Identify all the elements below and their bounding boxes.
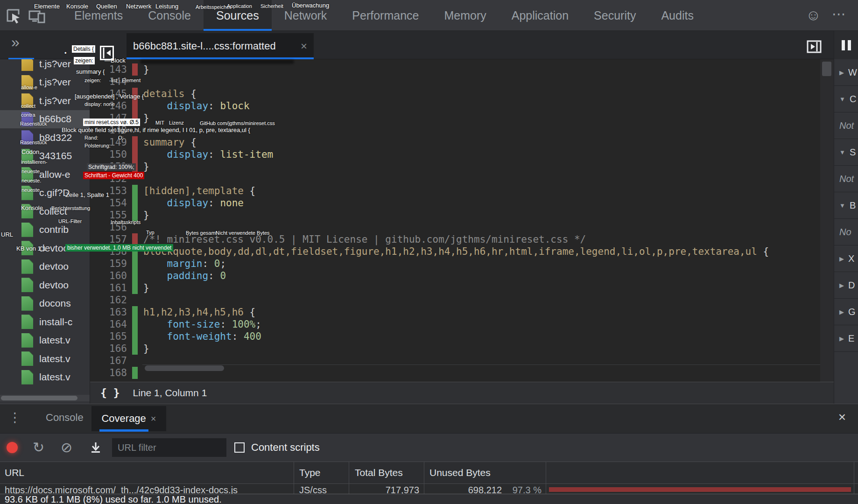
file-row[interactable]: b8d322 xyxy=(0,128,90,147)
column-header-type[interactable]: Type xyxy=(299,467,321,478)
line-number[interactable]: 156 xyxy=(90,221,127,233)
debugger-section[interactable]: ▶G xyxy=(834,299,858,325)
tab-coverage-close-icon[interactable]: × xyxy=(151,413,156,424)
line-number[interactable]: 143 xyxy=(90,63,127,76)
more-tabs-chevron-icon[interactable]: » xyxy=(11,34,20,51)
line-number[interactable]: 168 xyxy=(90,367,127,379)
editor-vertical-scroll-thumb[interactable] xyxy=(822,62,831,76)
tab-console[interactable]: Console xyxy=(135,0,204,31)
tab-security[interactable]: Security xyxy=(581,0,648,31)
tab-network[interactable]: Network xyxy=(272,0,340,31)
tab-sources[interactable]: Sources xyxy=(204,0,272,31)
file-row[interactable]: b66bc8 xyxy=(0,110,90,129)
line-number[interactable]: 159 xyxy=(90,258,127,270)
editor-horizontal-scroll-track[interactable] xyxy=(142,364,820,372)
line-number[interactable]: 161 xyxy=(90,282,127,294)
line-number[interactable]: 144 xyxy=(90,76,127,88)
tab-coverage[interactable]: Coverage × xyxy=(91,406,166,431)
drawer-menu-icon[interactable]: ⋮ xyxy=(8,410,21,425)
url-filter-input[interactable] xyxy=(112,438,226,457)
file-tab-close-icon[interactable]: × xyxy=(297,40,307,53)
line-number[interactable]: 146 xyxy=(90,100,127,112)
line-number[interactable]: 165 xyxy=(90,330,127,343)
file-row[interactable]: t.js?ver xyxy=(0,73,90,92)
editor-horizontal-scroll-thumb[interactable] xyxy=(145,365,224,371)
debugger-section[interactable]: ▶W xyxy=(834,59,858,86)
line-number[interactable]: 147 xyxy=(90,112,127,124)
tab-performance[interactable]: Performance xyxy=(339,0,431,31)
chevron-down-icon: ▼ xyxy=(839,202,845,209)
editor-vertical-scrollbar[interactable] xyxy=(820,59,834,382)
line-number[interactable]: 148 xyxy=(90,124,127,136)
sidebar-horizontal-scrollbar[interactable] xyxy=(0,395,90,401)
file-row[interactable]: devtoo xyxy=(0,239,90,258)
hide-navigator-icon[interactable] xyxy=(100,46,114,60)
line-number[interactable]: 162 xyxy=(90,294,127,306)
debugger-section[interactable]: ▶E xyxy=(834,325,858,352)
tab-memory[interactable]: Memory xyxy=(431,0,499,31)
debugger-section[interactable]: ▶X xyxy=(834,245,858,272)
tab-audits[interactable]: Audits xyxy=(648,0,706,31)
coverage-bar-red xyxy=(132,100,138,112)
file-row[interactable]: t.js?ver xyxy=(0,91,90,110)
sidebar-scrollbar-thumb[interactable] xyxy=(1,396,77,400)
line-number[interactable]: 157 xyxy=(90,233,127,245)
toggle-debugger-sidebar-icon[interactable] xyxy=(807,40,822,53)
line-number[interactable]: 150 xyxy=(90,148,127,161)
line-number[interactable]: 166 xyxy=(90,343,127,355)
file-row[interactable]: latest.v xyxy=(0,350,90,368)
debugger-section[interactable]: Not xyxy=(834,166,858,192)
file-row[interactable]: devtoo xyxy=(0,276,90,294)
line-number[interactable]: 145 xyxy=(90,88,127,100)
file-row[interactable]: latest.v xyxy=(0,331,90,350)
line-number[interactable]: 164 xyxy=(90,318,127,330)
debugger-section[interactable]: ▶D xyxy=(834,272,858,299)
tab-elements[interactable]: Elements xyxy=(62,0,135,31)
file-row[interactable]: devtoo xyxy=(0,258,90,276)
line-number[interactable]: 158 xyxy=(90,245,127,258)
pause-script-button[interactable] xyxy=(834,31,858,59)
pretty-print-icon[interactable]: { } xyxy=(100,387,120,399)
line-number[interactable]: 149 xyxy=(90,136,127,148)
file-row[interactable]: allow-e xyxy=(0,165,90,184)
line-number[interactable]: 167 xyxy=(90,355,127,367)
tab-application[interactable]: Application xyxy=(499,0,581,31)
debugger-section[interactable]: Not xyxy=(834,112,858,139)
coverage-table-row[interactable]: https://docs.microsoft.com/_th.../42c9dd… xyxy=(0,484,858,494)
record-coverage-button[interactable] xyxy=(7,442,18,453)
inspect-icon[interactable] xyxy=(5,7,22,25)
column-header-total-bytes[interactable]: Total Bytes xyxy=(355,467,403,478)
file-row[interactable]: 343165 xyxy=(0,147,90,166)
line-number[interactable]: 154 xyxy=(90,197,127,209)
reload-icon[interactable]: ↻ xyxy=(33,441,44,455)
file-row[interactable]: t.js?ver xyxy=(0,59,90,73)
line-number[interactable]: 153 xyxy=(90,185,127,197)
code-line: 147} xyxy=(90,112,820,124)
drawer-close-icon[interactable]: × xyxy=(838,410,846,425)
file-row[interactable]: contrib xyxy=(0,221,90,239)
file-row[interactable]: collect xyxy=(0,202,90,221)
content-scripts-checkbox[interactable] xyxy=(234,442,245,453)
debugger-section[interactable]: No xyxy=(834,219,858,245)
devtools-menu-icon[interactable]: ⋯ xyxy=(832,6,847,22)
file-tab[interactable]: b66bc881.site-l....css:formatted × xyxy=(127,33,314,59)
debugger-section[interactable]: ▼B xyxy=(834,192,858,219)
line-number[interactable]: 151 xyxy=(90,161,127,173)
tab-console[interactable]: Console xyxy=(46,412,84,424)
line-number[interactable]: 152 xyxy=(90,173,127,185)
debugger-section[interactable]: ▼S xyxy=(834,139,858,166)
column-header-url[interactable]: URL xyxy=(5,467,24,478)
debugger-section[interactable]: ▼C xyxy=(834,86,858,112)
file-row[interactable]: docons xyxy=(0,294,90,313)
file-row[interactable]: install-c xyxy=(0,313,90,331)
line-number[interactable]: 163 xyxy=(90,306,127,318)
line-number[interactable]: 160 xyxy=(90,270,127,282)
clear-icon[interactable]: ⊘ xyxy=(61,441,72,455)
export-download-icon[interactable] xyxy=(90,441,102,454)
file-row[interactable]: c.gif?D xyxy=(0,184,90,203)
line-number[interactable]: 155 xyxy=(90,209,127,221)
column-header-unused-bytes[interactable]: Unused Bytes xyxy=(429,467,491,478)
file-row[interactable]: latest.v xyxy=(0,368,90,387)
feedback-smiley-icon[interactable]: ☺ xyxy=(806,7,821,24)
device-toolbar-icon[interactable] xyxy=(28,7,46,25)
